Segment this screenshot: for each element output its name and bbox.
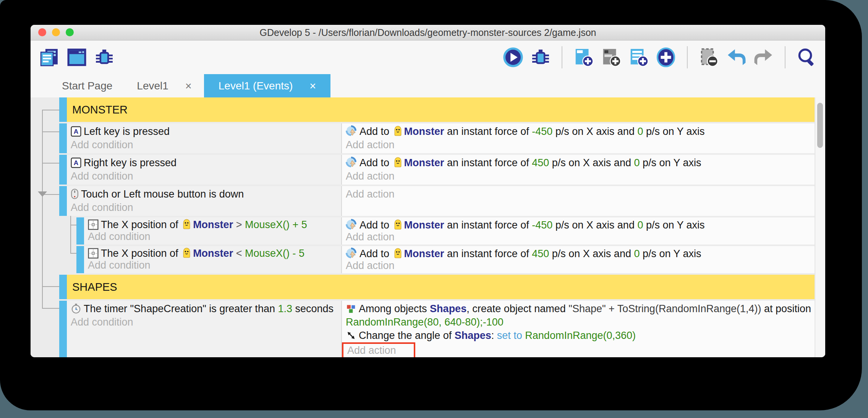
tree-connector xyxy=(70,253,76,254)
event-group-row: MONSTER xyxy=(59,97,815,122)
text-segment: p/s on Y axis xyxy=(643,219,704,231)
add-condition-link[interactable]: Add condition xyxy=(71,139,133,151)
instruction-line[interactable]: Add to Monster an instant force of -450 … xyxy=(346,125,811,138)
instruction-line[interactable]: ALeft key is pressed xyxy=(71,125,338,138)
traffic-lights xyxy=(38,28,74,36)
actions-cell: Add to Monster an instant force of -450 … xyxy=(342,123,815,153)
timer-icon xyxy=(71,303,81,314)
scene-editor-icon[interactable] xyxy=(66,47,87,68)
text-segment: Monster xyxy=(404,248,444,259)
monster-icon xyxy=(182,248,191,259)
redo-icon[interactable] xyxy=(753,47,774,68)
add-action-link[interactable]: Add action xyxy=(346,170,395,182)
add-action-link[interactable]: Add action xyxy=(346,260,395,271)
event-selection-bar[interactable] xyxy=(59,275,67,299)
instruction-line[interactable]: Add to Monster an instant force of -450 … xyxy=(346,219,811,231)
keyboard-icon: A xyxy=(71,126,81,137)
instruction-line[interactable]: Among objects Shapes, create object name… xyxy=(346,302,811,329)
instruction-line[interactable]: The timer "ShapeCreation" is greater tha… xyxy=(71,302,338,316)
undo-icon[interactable] xyxy=(726,47,747,68)
tab-label: Start Page xyxy=(62,80,112,92)
window-titlebar[interactable]: GDevelop 5 - /Users/florian/Downloads/ge… xyxy=(31,25,825,41)
text-segment: p/s on X axis and xyxy=(549,248,634,259)
event-selection-bar[interactable] xyxy=(59,123,67,153)
text-segment: at position xyxy=(761,303,811,314)
add-condition-link[interactable]: Add condition xyxy=(71,170,133,182)
force-icon xyxy=(346,157,357,168)
text-segment: RandomInRange(0,360) xyxy=(525,330,636,341)
add-action-link[interactable]: Add action xyxy=(342,342,415,357)
text-segment: -450 xyxy=(532,126,552,137)
tab-start-page[interactable]: Start Page xyxy=(50,74,125,98)
add-circle-icon[interactable] xyxy=(656,47,676,68)
monster-icon xyxy=(394,248,402,259)
debugger-icon[interactable] xyxy=(530,47,551,68)
close-icon[interactable]: × xyxy=(185,80,192,92)
monster-icon xyxy=(394,157,402,168)
add-condition-link[interactable]: Add condition xyxy=(88,231,151,242)
event-selection-bar[interactable] xyxy=(59,97,67,122)
group-title[interactable]: MONSTER xyxy=(67,97,815,122)
tab-level1[interactable]: Level1 × xyxy=(125,74,204,98)
minimize-window-button[interactable] xyxy=(52,28,60,36)
instruction-line[interactable]: Change the angle of Shapes: set to Rando… xyxy=(346,329,811,342)
text-segment: Touch or Left mouse button is down xyxy=(81,188,244,200)
create-object-icon xyxy=(346,303,356,314)
event-selection-bar[interactable] xyxy=(76,246,84,273)
text-segment: MouseX() - 5 xyxy=(245,248,304,259)
toolbar-divider xyxy=(562,46,562,68)
add-event-icon[interactable] xyxy=(573,47,594,68)
event-selection-bar[interactable] xyxy=(59,155,67,185)
events-scrollbar[interactable] xyxy=(815,97,825,357)
text-segment: MouseX() + 5 xyxy=(245,219,307,230)
angle-icon xyxy=(346,330,356,341)
collapse-toggle-icon[interactable] xyxy=(38,191,47,197)
event-selection-bar[interactable] xyxy=(59,186,67,216)
play-icon[interactable] xyxy=(503,47,523,68)
search-icon[interactable] xyxy=(796,47,817,68)
instruction-line[interactable]: Add to Monster an instant force of 450 p… xyxy=(346,248,811,260)
text-segment: seconds xyxy=(292,303,334,314)
text-segment: 0 xyxy=(637,219,643,231)
add-condition-link[interactable]: Add condition xyxy=(71,316,133,328)
instruction-line[interactable]: The X position of Monster < MouseX() - 5 xyxy=(88,248,338,259)
add-action-link[interactable]: Add action xyxy=(346,139,395,151)
tab-level1-events[interactable]: Level1 (Events) × xyxy=(204,74,330,98)
conditions-cell: ARight key is pressedAdd condition xyxy=(67,155,342,185)
text-segment: 450 xyxy=(532,157,549,168)
instruction-line[interactable]: Add to Monster an instant force of 450 p… xyxy=(346,156,811,170)
zoom-window-button[interactable] xyxy=(66,28,74,36)
text-segment: 0 xyxy=(637,126,643,137)
project-manager-icon[interactable] xyxy=(39,47,60,68)
actions-cell: Add to Monster an instant force of -450 … xyxy=(342,217,815,245)
add-condition-link[interactable]: Add condition xyxy=(71,202,133,213)
close-icon[interactable]: × xyxy=(309,80,316,92)
force-icon xyxy=(346,248,357,259)
event-row: Touch or Left mouse button is downAdd co… xyxy=(59,186,815,216)
add-condition-link[interactable]: Add condition xyxy=(88,259,151,271)
debugger-icon[interactable] xyxy=(94,47,115,68)
add-action-link[interactable]: Add action xyxy=(346,231,395,243)
delete-event-icon[interactable] xyxy=(698,47,719,68)
event-selection-bar[interactable] xyxy=(76,217,84,245)
text-segment: Add to xyxy=(360,219,392,231)
text-segment: : xyxy=(491,330,497,341)
add-comment-icon[interactable] xyxy=(628,47,649,68)
add-action-link[interactable]: Add action xyxy=(346,188,395,200)
scrollbar-thumb[interactable] xyxy=(817,103,823,148)
instruction-line[interactable]: The X position of Monster > MouseX() + 5 xyxy=(88,219,338,231)
event-selection-bar[interactable] xyxy=(59,301,67,357)
add-subevent-icon[interactable] xyxy=(601,47,621,68)
toolbar-left-group xyxy=(39,47,115,68)
sub-event-row: The X position of Monster > MouseX() + 5… xyxy=(76,217,815,245)
close-window-button[interactable] xyxy=(38,28,46,36)
event-row: ARight key is pressedAdd conditionAdd to… xyxy=(59,155,815,185)
event-group-row: SHAPES xyxy=(59,275,815,299)
gdevelop-window: GDevelop 5 - /Users/florian/Downloads/ge… xyxy=(31,25,825,357)
text-segment: Add to xyxy=(360,248,392,259)
instruction-line[interactable]: Touch or Left mouse button is down xyxy=(71,188,338,201)
instruction-line[interactable]: ARight key is pressed xyxy=(71,156,338,170)
text-segment: Change the angle of xyxy=(359,330,455,341)
group-title[interactable]: SHAPES xyxy=(67,275,815,299)
force-icon xyxy=(346,219,357,230)
